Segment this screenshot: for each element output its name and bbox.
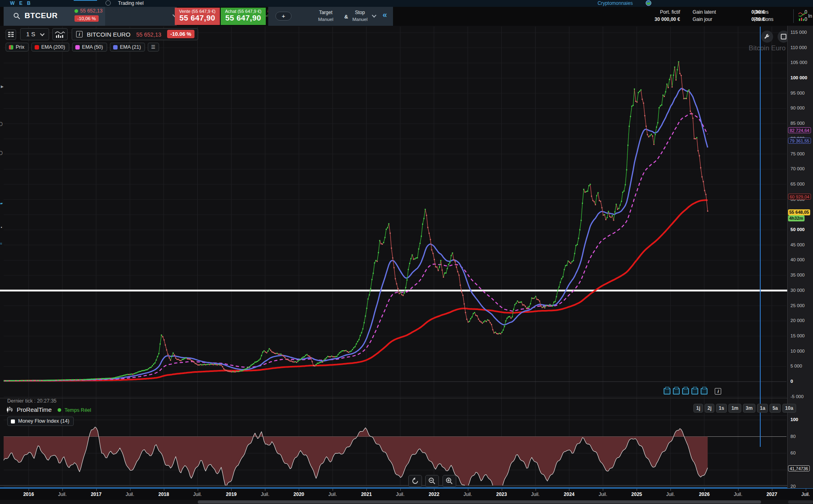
- month-label: Juil.: [463, 492, 472, 497]
- price-tick: 75 000: [790, 151, 805, 156]
- collapsed-panel-glyph: O: [0, 121, 3, 127]
- clipboard-icon[interactable]: [664, 388, 670, 395]
- indicator-list-button[interactable]: ☰: [148, 43, 159, 52]
- indices-label[interactable]: In: [808, 13, 812, 19]
- month-label: Juil.: [328, 492, 337, 497]
- chart-zoom-controls: [408, 475, 458, 487]
- price-tick: 5 000: [790, 364, 802, 368]
- price-tick: 115 000: [790, 30, 807, 35]
- info-icon[interactable]: i: [715, 388, 721, 395]
- time-tick: [198, 489, 198, 491]
- time-tick: [569, 489, 569, 491]
- legend-swatch: [113, 45, 118, 50]
- add-target-button[interactable]: +: [275, 12, 292, 21]
- top-nav: W E B Trading réel Cryptomonnaies: [0, 0, 813, 7]
- price-tick: -5 000: [790, 394, 804, 399]
- zoom-in-button[interactable]: [443, 475, 456, 487]
- collapse-panel-icon[interactable]: «: [383, 10, 387, 19]
- range-button-2j[interactable]: 2j: [705, 404, 714, 413]
- time-tick: [164, 489, 164, 491]
- time-tick: [400, 489, 401, 491]
- sell-button[interactable]: Vente (55 647,9 €) 55 647,90: [175, 8, 220, 25]
- price-tick: 25 000: [790, 303, 805, 308]
- range-button-1s[interactable]: 1s: [716, 404, 727, 413]
- year-label: 2021: [361, 492, 372, 497]
- trading-mode-label[interactable]: Trading réel: [118, 0, 144, 6]
- trading-mode-radio[interactable]: [106, 0, 111, 6]
- clipboard-icon[interactable]: [673, 388, 680, 395]
- clipboard-icon[interactable]: [682, 388, 689, 395]
- price-label-last: 55 648,05: [788, 209, 810, 215]
- instrument-info-bar[interactable]: i BITCOIN EURO 55 652,13 -10.06 %: [72, 28, 198, 40]
- price-chart-canvas[interactable]: [0, 0, 813, 504]
- chart-style-button[interactable]: [52, 28, 68, 40]
- price-axis[interactable]: 115 000110 000105 000100 00095 00090 000…: [787, 26, 813, 488]
- legend-item-ema-21-[interactable]: EMA (21): [110, 43, 145, 52]
- timeframe-select[interactable]: 1 S: [20, 28, 49, 40]
- price-tick: 110 000: [790, 45, 807, 50]
- price-tick: 85 000: [790, 121, 805, 126]
- search-icon[interactable]: [13, 12, 21, 21]
- time-tick: [96, 489, 97, 491]
- range-button-3m[interactable]: 3m: [743, 404, 755, 413]
- chart-settings-button[interactable]: [761, 31, 773, 43]
- range-button-5a[interactable]: 5a: [770, 404, 780, 413]
- category-link[interactable]: Cryptomonnaies: [598, 0, 633, 6]
- legend-label: EMA (50): [82, 44, 103, 50]
- instrument-section: BTCEUR 55 652,13 -10,06 % − Qté 1 +: [4, 7, 173, 26]
- month-label: Juil.: [599, 492, 607, 497]
- realtime-dot: [58, 408, 61, 412]
- collapsed-panel-glyph: •: [1, 225, 2, 229]
- ampersand: &: [344, 14, 348, 20]
- year-label: 2016: [23, 492, 34, 497]
- month-label: Juil.: [58, 492, 66, 497]
- legend-label: EMA (200): [41, 44, 65, 50]
- mfi-title: Money Flow Index (14): [18, 418, 69, 424]
- legend-item-prix[interactable]: Prix: [6, 43, 29, 52]
- brand-name[interactable]: ProRealTime: [17, 406, 52, 413]
- price-tick: 10 000: [790, 349, 805, 353]
- range-button-1j[interactable]: 1j: [693, 404, 703, 413]
- brand-row: ProRealTime Temps Réel: [6, 406, 91, 414]
- year-label: 2018: [158, 492, 169, 497]
- price-tick: 45 000: [790, 242, 805, 247]
- price-label-ema200: 60 929,04: [788, 194, 811, 200]
- clipboard-icon[interactable]: [691, 388, 698, 395]
- mfi-tick: 60: [790, 450, 796, 455]
- buy-button[interactable]: Achat (55 647,9 €) 55 647,90: [221, 8, 266, 25]
- market-open-dot: [74, 9, 78, 13]
- time-tick: [130, 489, 130, 491]
- buy-price: 55 647,90: [221, 14, 266, 23]
- time-tick: [333, 489, 333, 491]
- range-button-1m[interactable]: 1m: [728, 404, 741, 413]
- price-label-countdown: 4h32m: [788, 215, 805, 221]
- order-ticket-bar: BTCEUR 55 652,13 -10,06 % − Qté 1 + Vent…: [0, 7, 813, 26]
- legend-item-ema-50-[interactable]: EMA (50): [72, 43, 107, 52]
- divider: [793, 9, 794, 23]
- collapsed-panel-arrow-icon[interactable]: ▶: [1, 85, 4, 89]
- price-tick: 95 000: [790, 91, 805, 95]
- stop-manual[interactable]: StopManuel: [352, 9, 368, 23]
- clipboard-icon[interactable]: [701, 388, 707, 395]
- zoom-out-button[interactable]: [425, 475, 439, 487]
- range-button-1a[interactable]: 1a: [757, 404, 768, 413]
- layout-grid-button[interactable]: [6, 29, 16, 40]
- app-logo: W E B: [10, 0, 32, 6]
- indices-chart-icon[interactable]: [798, 11, 807, 23]
- last-tick-status: Dernier tick : 20:27:35: [7, 398, 56, 404]
- mfi-legend-chip[interactable]: Money Flow Index (14): [7, 417, 74, 426]
- collapsed-panel-glyph: ≡: [0, 242, 2, 246]
- target-manual[interactable]: TargetManuel: [318, 9, 333, 23]
- time-tick: [434, 489, 434, 491]
- symbol-label[interactable]: BTCEUR: [25, 11, 58, 20]
- scrollbar-thumb[interactable]: [198, 500, 761, 504]
- month-label: Juil.: [666, 492, 674, 497]
- range-button-10a[interactable]: 10a: [782, 404, 796, 413]
- legend-swatch: [75, 45, 80, 50]
- time-tick: [738, 489, 739, 491]
- timeframe-chevron-icon: [40, 31, 44, 36]
- legend-item-ema-200-[interactable]: EMA (200): [31, 43, 69, 52]
- horizontal-scrollbar[interactable]: [0, 500, 813, 504]
- reset-zoom-button[interactable]: [408, 475, 422, 487]
- scrollbar-corner: [788, 500, 813, 504]
